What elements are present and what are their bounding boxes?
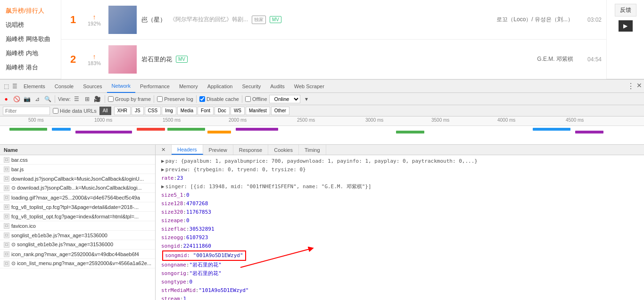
- sidebar-item-feizhang[interactable]: 飙升榜/排行人: [0, 4, 61, 18]
- devtools-tab-audits[interactable]: Audits: [265, 80, 289, 93]
- devtools-tab-memory[interactable]: Memory: [174, 80, 203, 93]
- detail-tab-preview[interactable]: Preview: [203, 145, 233, 155]
- throttle-dropdown[interactable]: Online: [269, 95, 300, 103]
- expand-icon-1[interactable]: ▶: [161, 166, 165, 174]
- devtools-tab-sources[interactable]: Sources: [78, 80, 107, 93]
- close-devtools-button[interactable]: ✕: [636, 82, 642, 91]
- song-subtitle-1: 《阿尔罕布拉宫的回忆》韩剧...: [170, 16, 248, 24]
- json-expand-text-3: singer: [{id: 13948, mid: "001fNHEf1SFEF…: [165, 183, 372, 191]
- expand-icon-3[interactable]: ▶: [161, 183, 165, 191]
- file-icon-9: □: [4, 242, 9, 248]
- more-options-icon[interactable]: ⋮: [627, 82, 635, 91]
- filter-type-manifest[interactable]: Manifest: [246, 107, 270, 115]
- hide-data-urls-checkbox[interactable]: Hide data URLs: [53, 108, 97, 114]
- search-icon[interactable]: 🔍: [43, 95, 52, 103]
- disable-cache-checkbox[interactable]: Disable cache: [199, 96, 239, 102]
- filter-type-other[interactable]: Other: [271, 107, 289, 115]
- separator-5: [242, 95, 242, 103]
- capture-icon[interactable]: 📷: [23, 95, 31, 103]
- throttle-dropdown-arrow[interactable]: ▾: [302, 95, 311, 103]
- file-row-10[interactable]: □icon_rank.png?max_age=2592000&v=49dbc44…: [0, 250, 155, 259]
- filter-type-css[interactable]: CSS: [145, 107, 161, 115]
- filter-icon[interactable]: ⊿: [33, 95, 41, 103]
- devtools-tab-network[interactable]: Network: [107, 80, 135, 93]
- type-filter-group: XHRJSCSSImgMediaFontDocWSManifestOther: [114, 107, 289, 115]
- json-key-5: size128: [161, 200, 183, 208]
- detail-tab-response[interactable]: Response: [233, 145, 269, 155]
- video-play-icon[interactable]: ▶: [619, 20, 633, 32]
- json-line-13: songorig: "岩石里的花": [159, 269, 640, 278]
- filter-input[interactable]: [3, 107, 50, 115]
- record-icon[interactable]: ●: [2, 95, 10, 103]
- offline-checkbox[interactable]: Offline: [245, 96, 267, 102]
- right-detail-panel: ✕ HeadersPreviewResponseCookiesTiming ▶p…: [156, 145, 644, 300]
- filter-bar: Hide data URLs All XHRJSCSSImgMediaFontD…: [0, 105, 644, 117]
- feedback-button[interactable]: 反馈: [615, 4, 636, 17]
- rank-percent-1: 192%: [88, 21, 101, 26]
- filter-type-ws[interactable]: WS: [231, 107, 245, 115]
- rank-number-2: 2: [66, 53, 80, 66]
- devtools-icon-group: ⋮ ✕: [627, 82, 642, 91]
- song-row-2[interactable]: 2 ↑ 183% 岩石里的花 MV G.E.M. 邓紫棋 04:54: [61, 40, 606, 79]
- filter-type-img[interactable]: Img: [162, 107, 176, 115]
- json-line-5: size128: 4707268: [159, 200, 640, 208]
- filter-all-button[interactable]: All: [99, 107, 111, 115]
- devtools-tab-application[interactable]: Application: [203, 80, 238, 93]
- song-list: 1 ↑ 192% 岜（星） 《阿尔罕布拉宫的回忆》韩剧... 独家 MV 로꼬（…: [61, 0, 606, 79]
- devtools-tab-elements[interactable]: Elements: [19, 80, 50, 93]
- file-row-3[interactable]: □⊙ download.js?jsonpCallb...k=MusicJsonC…: [0, 183, 155, 193]
- file-row-4[interactable]: □loading.gif?max_age=25...2000&v=d4e6756…: [0, 193, 155, 202]
- file-icon-7: □: [4, 223, 9, 229]
- file-row-0[interactable]: □bar.css: [0, 155, 155, 165]
- view-waterfall-icon[interactable]: ⊞: [83, 95, 91, 103]
- expand-icon-0[interactable]: ▶: [161, 157, 165, 166]
- detail-tab-headers[interactable]: Headers: [172, 145, 203, 155]
- sidebar-item-neidi[interactable]: 巅峰榜 内地: [0, 46, 61, 60]
- devtools-tab-console[interactable]: Console: [50, 80, 78, 93]
- file-name-9: ⊙ songlist_eb1eb3e.js?max_age=31536000: [11, 242, 113, 248]
- file-row-8[interactable]: □songlist_eb1eb3e.js?max_age=31536000: [0, 231, 155, 240]
- filter-type-doc[interactable]: Doc: [215, 107, 230, 115]
- mark-4000: 4000 ms: [497, 117, 515, 123]
- clear-icon[interactable]: 🚫: [12, 95, 21, 103]
- filter-type-js[interactable]: JS: [132, 107, 144, 115]
- filter-type-media[interactable]: Media: [177, 107, 197, 115]
- file-row-1[interactable]: □bar.js: [0, 165, 155, 174]
- filter-type-xhr[interactable]: XHR: [114, 107, 131, 115]
- inspect-icon[interactable]: ⬚: [2, 82, 10, 91]
- tbar-7: [236, 128, 278, 131]
- preserve-log-input[interactable]: [157, 96, 163, 102]
- close-detail-tab[interactable]: ✕: [156, 145, 172, 155]
- file-row-5[interactable]: □fcg_v8_toplist_cp.fcg?tpl=3&page=detail…: [0, 202, 155, 212]
- json-line-9: sizeogg: 6107923: [159, 233, 640, 242]
- view-screenshot-icon[interactable]: 🎥: [93, 95, 102, 103]
- device-icon[interactable]: ☰: [10, 82, 19, 91]
- file-row-7[interactable]: □favicon.ico: [0, 221, 155, 231]
- detail-tab-timing[interactable]: Timing: [299, 145, 326, 155]
- preserve-log-checkbox[interactable]: Preserve log: [157, 96, 193, 102]
- file-row-11[interactable]: □⊙ icon_list_menu.png?max_age=2592000&v=…: [0, 259, 155, 268]
- filter-type-font[interactable]: Font: [198, 107, 214, 115]
- view-list-icon[interactable]: ☰: [73, 95, 81, 103]
- file-row-9[interactable]: □⊙ songlist_eb1eb3e.js?max_age=31536000: [0, 240, 155, 250]
- detail-tab-cookies[interactable]: Cookies: [268, 145, 299, 155]
- left-panel-header: Name: [0, 145, 155, 155]
- disable-cache-input[interactable]: [199, 96, 205, 102]
- devtools-tab-web scraper[interactable]: Web Scraper: [289, 80, 329, 93]
- sidebar-item-wangluoge[interactable]: 巅峰榜 网络歌曲: [0, 32, 61, 46]
- rank-change-1: ↑ 192%: [85, 13, 104, 26]
- sidebar-item-shuochang[interactable]: 说唱榜: [0, 18, 61, 32]
- group-by-frame-checkbox[interactable]: Group by frame: [108, 96, 151, 102]
- devtools-tab-performance[interactable]: Performance: [135, 80, 174, 93]
- devtools-tab-security[interactable]: Security: [237, 80, 265, 93]
- json-colon-14: :: [186, 278, 190, 286]
- group-by-frame-input[interactable]: [108, 96, 114, 102]
- separator-3: [154, 95, 154, 103]
- file-name-1: bar.js: [11, 167, 24, 172]
- hide-data-urls-input[interactable]: [53, 108, 58, 114]
- file-row-2[interactable]: □download.js?jsonpCallback=MusicJsonCall…: [0, 174, 155, 183]
- offline-input[interactable]: [245, 96, 251, 102]
- file-row-6[interactable]: □fcg_v8_toplist_opt.fcg?page=index&forma…: [0, 212, 155, 221]
- song-row-1[interactable]: 1 ↑ 192% 岜（星） 《阿尔罕布拉宫的回忆》韩剧... 独家 MV 로꼬（…: [61, 0, 606, 40]
- sidebar-item-gangtai[interactable]: 巅峰榜 港台: [0, 60, 61, 75]
